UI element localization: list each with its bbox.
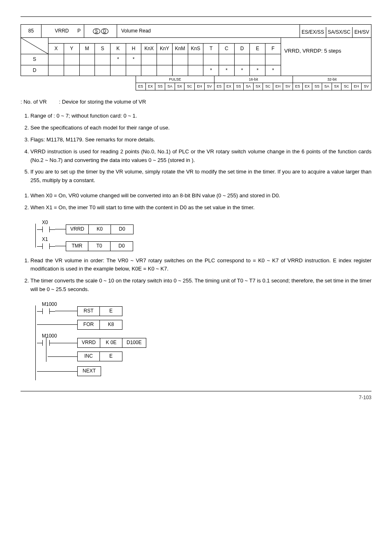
h-KnS: KnS <box>188 44 203 54</box>
l2-r4-box: INC E <box>77 352 122 361</box>
b16-h: 16-bit <box>214 76 293 83</box>
operand-table: VRRD, VRRDP: 5 steps X Y M S K H KnX KnY… <box>21 37 371 76</box>
l2-r3-box: VRRD K 0E D100E <box>77 338 146 348</box>
contact-icon <box>37 226 55 233</box>
svg-line-0 <box>21 38 48 54</box>
bitword-row: VRRD, VRRDP: 5 steps <box>21 38 371 44</box>
bitword-span <box>48 38 281 44</box>
explanations: Range of : 0 ~ 7; without function card:… <box>21 112 371 185</box>
h-X: X <box>48 44 64 54</box>
ladder1: X0 VRRD K0 D0 X1 TMR T0 D0 <box>35 219 167 249</box>
l2-r1-box: RST E <box>77 306 122 316</box>
l2-r5-box: NEXT <box>77 366 101 376</box>
pe2-2: The timer converts the scale 0 ~ 10 on t… <box>30 277 371 294</box>
api-num: 85 <box>21 25 42 38</box>
page-number: 7-103 <box>359 395 371 400</box>
ladder2: M1000 RST E FOR K8 M1000 VRRD K 0E <box>35 301 183 383</box>
h-K: K <box>110 44 126 54</box>
pulse-table: PULSE 16-bit 32-bit ESEXSSSASXSCEHSV ESE… <box>136 76 371 90</box>
api-p: P <box>74 25 84 38</box>
pulse-cols: ESEXSSSASXSCEHSV ESEXSSSASXSCEHSV ESEXSS… <box>136 83 371 90</box>
api-d-blank <box>42 25 50 38</box>
pulse-wrap: PULSE 16-bit 32-bit ESEXSSSASXSCEHSV ESE… <box>21 76 371 90</box>
exp-2: See the specifications of each model for… <box>30 124 371 132</box>
D-C: * <box>219 65 234 76</box>
h-C: C <box>219 44 234 54</box>
h-F: F <box>265 44 281 54</box>
lbl-D: D <box>21 65 48 76</box>
h-KnM: KnM <box>172 44 188 54</box>
contact-icon <box>37 340 55 346</box>
footer: 7-103 <box>21 391 371 402</box>
pill-s: S <box>93 28 100 34</box>
h-M: M <box>79 44 95 54</box>
ctrl2: SA/SX/SC <box>326 27 352 38</box>
exp-1: Range of : 0 ~ 7; without function card:… <box>30 112 371 120</box>
D-F: * <box>265 65 281 76</box>
exp-3: Flags: M1178, M1179. See remarks for mor… <box>30 136 371 144</box>
program-example-2: Read the VR volume in order: The VR0 ~ V… <box>21 257 371 294</box>
contact-icon <box>37 243 55 250</box>
pill-d: D <box>101 28 108 34</box>
lbl-S: S <box>21 54 48 65</box>
S-K: * <box>110 54 126 65</box>
type-diag <box>21 38 48 54</box>
mnemonic: VRRD <box>50 25 74 38</box>
def-s: : No. of VR <box>21 98 47 106</box>
function: Volume Read <box>117 25 300 38</box>
D-D: * <box>234 65 250 76</box>
h-S: S <box>95 44 111 54</box>
pulse-h: PULSE <box>136 76 214 83</box>
program-example-1: When X0 = On, VR0 volume changed will be… <box>21 192 371 212</box>
defs: : No. of VR : Device for storing the vol… <box>21 98 371 106</box>
pe1-1: When X0 = On, VR0 volume changed will be… <box>30 192 371 200</box>
pe2-1: Read the VR volume in order: The VR0 ~ V… <box>30 257 371 274</box>
api-table: 85 VRRD P SD Volume Read ES/EX/SS SA/SX/… <box>21 24 371 38</box>
h-E: E <box>250 44 265 54</box>
D-E: * <box>250 65 265 76</box>
l1-r2-box: TMR T0 D0 <box>66 241 133 251</box>
exp-5: If you are to set up the timer by the VR… <box>30 168 371 185</box>
def-d: : Device for storing the volume of VR <box>59 98 146 106</box>
b32-h: 32-bit <box>293 76 371 83</box>
S-H: * <box>126 54 141 65</box>
l2-r2-box: FOR K8 <box>77 320 122 330</box>
operands-cell: SD <box>84 25 117 38</box>
h-KnX: KnX <box>141 44 157 54</box>
h-Y: Y <box>64 44 79 54</box>
h-D: D <box>234 44 250 54</box>
l1-r1-box: VRRD K0 D0 <box>66 224 134 234</box>
D-T: * <box>203 65 219 76</box>
ctrl3: EH/SV <box>353 27 371 38</box>
h-H: H <box>126 44 141 54</box>
top-rule <box>21 16 371 17</box>
contact-icon <box>37 308 55 314</box>
h-KnY: KnY <box>157 44 173 54</box>
ctrl1: ES/EX/SS <box>300 27 326 38</box>
h-T: T <box>203 44 219 54</box>
exp-4: VRRD instruction is used for reading 2 p… <box>30 148 371 165</box>
pe1-2: When X1 = On, the imer T0 will start to … <box>30 204 371 212</box>
steps: VRRD, VRRDP: 5 steps <box>281 38 371 76</box>
